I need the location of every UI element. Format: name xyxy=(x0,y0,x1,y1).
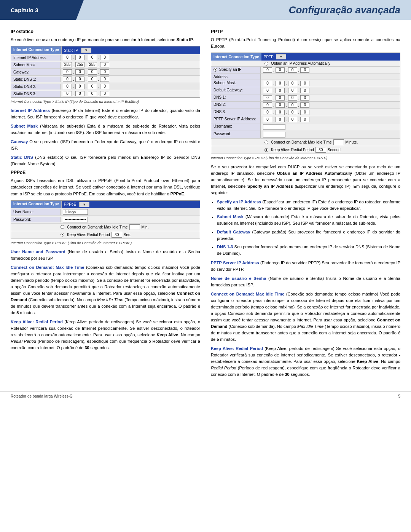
list-item: Subnet Mask (Máscara de sub-rede) Esta é… xyxy=(217,214,400,227)
pptp-section: PPTP O PPTP (Point-to-Point Tunneling Pr… xyxy=(211,29,400,378)
ip-estatico-title: IP estático xyxy=(11,29,200,34)
page-header: Capítulo 3 Configuração avançada xyxy=(0,0,411,20)
list-item: DNS 1-3 Seu provedor fornecerá pelo meno… xyxy=(217,244,400,257)
pppoe-caption: Internet Connection Type > PPPoE (Tipo d… xyxy=(11,241,200,245)
table-row: Static DNS 3: 0 . 0 . 0 . 0 xyxy=(11,90,200,97)
pppoe-intro: Alguns ISPs baseados em DSL utilizam o P… xyxy=(11,177,200,197)
table-row: Address: xyxy=(211,74,400,80)
pppoe-table-header-value: PPPoE ▼ xyxy=(62,201,200,208)
table-row: DNS 2: 0. 0. 0. 0 xyxy=(211,102,400,109)
ip-estatico-intro: Se você tiver de usar um endereço IP per… xyxy=(11,37,200,43)
pptp-keep-alive-radio[interactable] xyxy=(264,148,268,152)
pppoe-table: Internet Connection Type PPPoE ▼ User Na… xyxy=(11,200,200,239)
specify-ip-radio[interactable] xyxy=(213,68,217,72)
username-password-para: User Name and Password (Nome de usuário … xyxy=(11,249,200,262)
table-row: Specify an IP 0 . 0 . 0 . 0 xyxy=(211,67,400,74)
table-row: Subnet Mask: 0. 0. 0. 0 xyxy=(211,80,400,87)
pptp-connect-demand-para: Connect on Demand: Max Idle Time (Conexã… xyxy=(211,291,400,343)
subnet-mask-para: Subnet Mask (Máscara de sub-rede) Esta é… xyxy=(11,123,200,136)
pppoe-table-header-label: Internet Connection Type xyxy=(11,201,62,208)
table-row: User Name: linksys xyxy=(11,208,200,216)
title-area: Configuração avançada xyxy=(76,0,411,20)
connect-on-demand-para: Connect on Demand: Max Idle Time (Conexã… xyxy=(11,264,200,316)
table-row: PPTP Server IP Address: 0. 0. 0. 0 xyxy=(211,116,400,123)
keep-alive-para: Keep Alive: Redial Period (Keep Alive: p… xyxy=(11,319,200,351)
table-row: Password: xyxy=(211,131,400,139)
gateway-para: Gateway O seu provedor (ISP) fornecerá o… xyxy=(11,139,200,152)
page-title: Configuração avançada xyxy=(289,4,400,16)
connect-demand-radio[interactable] xyxy=(61,225,64,229)
left-column: IP estático Se você tiver de usar um end… xyxy=(11,29,200,381)
pptp-table: Internet Connection Type PPTP ▼ Obtain a… xyxy=(211,53,400,154)
static-ip-table: Internet Connection Type Static IP ▼ Int… xyxy=(11,46,200,98)
list-item: Default Gateway (Gateway padrão) Seu pro… xyxy=(217,229,400,242)
connect-on-demand-row: Connect on Demand: Max Idle Time Min. xyxy=(11,224,200,231)
obtain-auto-radio[interactable] xyxy=(264,62,268,66)
static-dns-para: Static DNS (DNS estático) O seu ISP forn… xyxy=(11,154,200,167)
chapter-label: Capítulo 3 xyxy=(0,0,76,20)
table-header-label: Internet Connection Type xyxy=(11,46,62,54)
chapter-text: Capítulo 3 xyxy=(11,7,38,13)
table-row: Internet IP Address: 0 . 0 . 0 . 0 xyxy=(11,54,200,61)
table-row: Username: xyxy=(211,123,400,131)
pptp-keep-alive-para: Keep Alive: Redial Period (Keep Alive: p… xyxy=(211,345,400,378)
page-footer: Roteador de banda larga Wireless-G 5 xyxy=(0,391,411,401)
right-column: PPTP O PPTP (Point-to-Point Tunneling Pr… xyxy=(211,29,400,381)
pptp-intro: O PPTP (Point-to-Point Tunneling Protoco… xyxy=(211,37,400,50)
pptp-username-para: Nome de usuário e Senha (Nome de usuário… xyxy=(211,275,400,288)
table-row: Password: •••••••••••••••• xyxy=(11,216,200,224)
table-row: DNS 1: 0. 0. 0. 0 xyxy=(211,94,400,102)
static-ip-caption: Internet Connection Type > Static IP (Ti… xyxy=(11,99,200,104)
internet-ip-para: Internet IP Address (Endereço IP da Inte… xyxy=(11,107,200,120)
footer-left: Roteador de banda larga Wireless-G xyxy=(11,394,73,398)
pptp-caption: Internet Connection Type > PPTP (Tipo de… xyxy=(211,156,400,160)
table-row: DNS 3: 0. 0. 0. 0 xyxy=(211,109,400,116)
pptp-connect-on-demand-row: Connect on Demand: Max Idle Time Minute. xyxy=(211,139,400,146)
table-row: Default Gateway: 0. 0. 0. 0 xyxy=(211,87,400,94)
pppoe-title: PPPoE xyxy=(11,170,200,175)
table-row: Subnet Mask: 255 . 255 . 255 . 0 xyxy=(11,61,200,69)
ip-estatico-section: IP estático Se você tiver de usar um end… xyxy=(11,29,200,167)
main-content: IP estático Se você tiver de usar um end… xyxy=(0,20,411,391)
pptp-connect-demand-radio[interactable] xyxy=(264,141,268,144)
pptp-bullet-list: Specify an IP Address (Especificar um en… xyxy=(217,199,400,256)
obtain-auto-row: Obtain an IP Address Automatically xyxy=(211,61,400,67)
footer-right: 5 xyxy=(398,394,400,398)
table-header-value: Static IP ▼ xyxy=(62,46,200,54)
table-row: Static DNS 1: 0 . 0 . 0 . 0 xyxy=(11,76,200,83)
table-row: Gateway: 0 . 0 . 0 . 0 xyxy=(11,69,200,76)
pppoe-section: PPPoE Alguns ISPs baseados em DSL utiliz… xyxy=(11,170,200,351)
keep-alive-radio[interactable] xyxy=(61,233,64,236)
list-item: Specify an IP Address (Especificar um en… xyxy=(217,199,400,212)
pptp-para1: Se o seu provedor for compatível com DHC… xyxy=(211,164,400,196)
pptp-title: PPTP xyxy=(211,29,400,34)
pptp-keep-alive-row: Keep Alive: Redial Period 30 Second. xyxy=(211,146,400,154)
pptp-table-header: Internet Connection Type PPTP ▼ xyxy=(211,53,400,61)
keep-alive-row: Keep Alive: Redial Period 30 Sec. xyxy=(11,231,200,239)
pptp-server-ip-para: PPTP Server IP Address (Endereço IP do s… xyxy=(211,260,400,273)
table-row: Static DNS 2: 0 . 0 . 0 . 0 xyxy=(11,83,200,90)
